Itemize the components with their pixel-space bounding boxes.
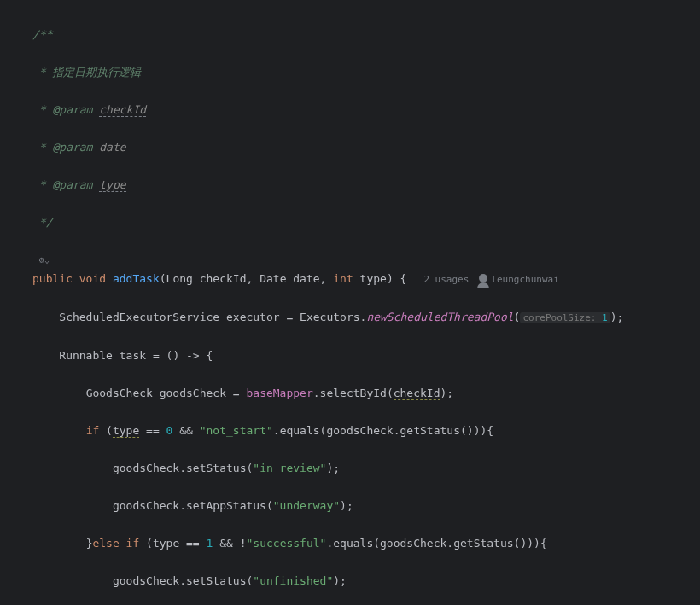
javadoc-desc: * 指定日期执行逻辑 bbox=[32, 66, 141, 79]
javadoc-end: */ bbox=[32, 216, 52, 229]
code-line: * 指定日期执行逻辑 bbox=[32, 63, 700, 82]
method-name: addTask bbox=[113, 272, 160, 285]
code-line: */ bbox=[32, 213, 700, 232]
javadoc-start: /** bbox=[32, 28, 52, 41]
author-hint[interactable]: leungchunwai bbox=[479, 274, 558, 285]
code-line: goodsCheck.setStatus("in_review"); bbox=[32, 459, 700, 478]
javadoc-tag: * @param bbox=[32, 103, 99, 116]
javadoc-param: checkId bbox=[99, 103, 146, 117]
javadoc-tag: * @param bbox=[32, 141, 99, 154]
code-line: * @param checkId bbox=[32, 101, 700, 119]
code-editor[interactable]: /** * 指定日期执行逻辑 * @param checkId * @param… bbox=[0, 7, 700, 605]
javadoc-param: type bbox=[99, 178, 125, 192]
javadoc-tag: * @param bbox=[32, 178, 99, 191]
code-line: Runnable task = () -> { bbox=[32, 346, 700, 365]
code-line: * @param type bbox=[32, 176, 700, 195]
person-icon bbox=[479, 274, 487, 282]
code-line: goodsCheck.setAppStatus("underway"); bbox=[32, 497, 700, 515]
method-signature: public void addTask(Long checkId, Date d… bbox=[32, 270, 700, 289]
gutter-settings-icon[interactable]: ⚙⌄ bbox=[39, 251, 50, 270]
code-line: goodsCheck.setStatus("unfinished"); bbox=[32, 572, 700, 590]
code-line: if (type == 0 && "not_start".equals(good… bbox=[32, 422, 700, 440]
code-line: /** bbox=[32, 26, 700, 44]
code-line: }else if (type == 1 && !"successful".equ… bbox=[32, 534, 700, 553]
usages-hint[interactable]: 2 usages bbox=[423, 274, 469, 285]
javadoc-param: date bbox=[99, 141, 125, 154]
code-line: ScheduledExecutorService executor = Exec… bbox=[32, 308, 700, 328]
code-line: GoodsCheck goodsCheck = baseMapper.selec… bbox=[32, 384, 700, 403]
code-line: * @param date bbox=[32, 138, 700, 157]
inlay-hint: corePoolSize: 1 bbox=[520, 312, 610, 323]
